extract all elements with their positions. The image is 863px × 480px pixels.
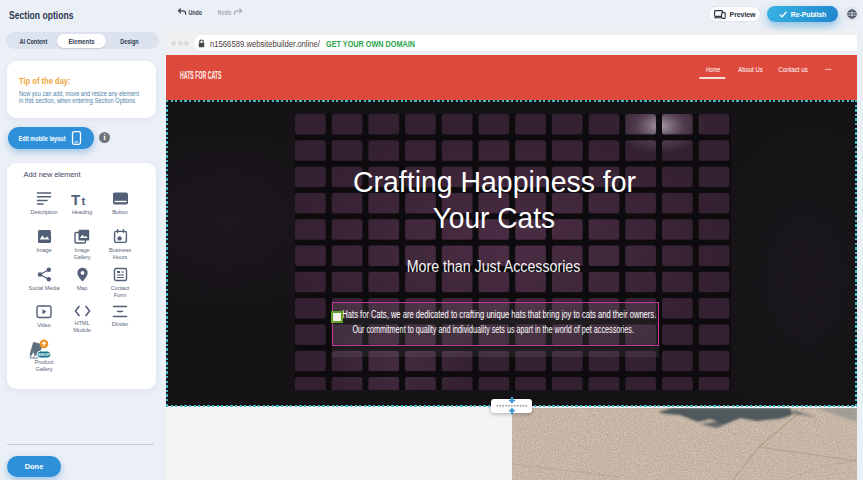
svg-text:More than Just Accessories: More than Just Accessories: [407, 258, 581, 275]
svg-text:t: t: [82, 195, 86, 207]
svg-text:in this section, when entering: in this section, when entering Section O…: [19, 97, 136, 105]
svg-text:Elements: Elements: [68, 38, 94, 45]
svg-text:Redo: Redo: [218, 8, 232, 17]
svg-text:Contact us: Contact us: [778, 65, 808, 74]
svg-text:HATS FOR CATS: HATS FOR CATS: [180, 69, 222, 81]
svg-text:T: T: [71, 191, 80, 206]
svg-text:Home: Home: [706, 65, 720, 74]
svg-text:Undo: Undo: [189, 8, 203, 17]
svg-text:Section options: Section options: [9, 9, 74, 21]
svg-text:Tip of the day:: Tip of the day:: [19, 76, 71, 86]
svg-text:Add new element: Add new element: [24, 170, 82, 179]
svg-text:...: ...: [825, 63, 832, 72]
svg-text:n1566589.websitebuilder.online: n1566589.websitebuilder.online/: [210, 39, 321, 49]
svg-text:Your Cats: Your Cats: [433, 201, 555, 234]
svg-text:SHOP: SHOP: [38, 352, 50, 357]
svg-text:Edit mobile layout: Edit mobile layout: [19, 134, 66, 143]
svg-text:GET YOUR OWN DOMAIN: GET YOUR OWN DOMAIN: [326, 39, 415, 49]
svg-text:About Us: About Us: [738, 65, 763, 74]
svg-text:Crafting Happiness for: Crafting Happiness for: [353, 165, 636, 198]
svg-text:AI Content: AI Content: [19, 38, 47, 45]
svg-text:Design: Design: [120, 38, 138, 46]
